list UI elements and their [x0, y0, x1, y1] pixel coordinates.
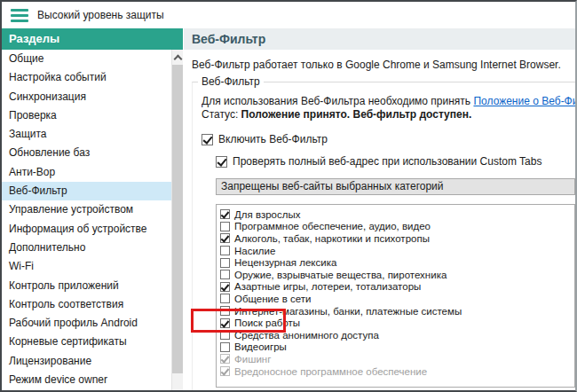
sidebar-item[interactable]: Контроль соответствия [2, 295, 171, 314]
checkbox-icon[interactable] [220, 222, 230, 231]
category-list: Для взрослыхПрограммное обеспечение, ауд… [216, 204, 575, 388]
settings-window: Высокий уровень защиты Разделы ОбщиеНаст… [0, 0, 577, 392]
category-row[interactable]: Общение в сети [220, 293, 574, 305]
category-row[interactable]: Насилие [220, 245, 574, 257]
sidebar-item[interactable]: Контроль приложений [2, 277, 171, 295]
checkbox-icon [220, 354, 230, 364]
category-row: Вредоносное программное обеспечение [220, 365, 574, 378]
sidebar-header: Разделы [2, 28, 183, 50]
status-value: Положение принято. Веб-фильтр доступен. [241, 108, 472, 121]
enable-webfilter-checkbox[interactable]: Включить Веб-Фильтр [202, 130, 575, 148]
checkbox-icon[interactable] [220, 246, 230, 255]
sidebar-item[interactable]: Настройка событий [2, 68, 171, 87]
category-label: Нецензурная лексика [234, 257, 336, 268]
sidebar-item[interactable]: Управление устройством [2, 200, 171, 219]
category-label: Общение в сети [234, 294, 311, 304]
checkbox-icon[interactable] [220, 294, 230, 303]
sidebar: Разделы ОбщиеНастройка событийСинхрониза… [2, 28, 183, 390]
status-line: Статус: Положение принято. Веб-фильтр до… [202, 108, 575, 122]
sidebar-item[interactable]: Корневые сертификаты [2, 333, 171, 351]
sidebar-item[interactable]: Обновление баз [2, 144, 171, 162]
category-label: Средства анонимного доступа [234, 330, 379, 341]
checkbox-icon[interactable] [220, 233, 230, 243]
content-panel: Веб-Фильтр Веб-Фильтр работает только в … [183, 28, 575, 390]
category-row[interactable]: Средства анонимного доступа [220, 329, 574, 341]
category-label: Поиск работы [234, 318, 300, 328]
category-label: Видеоигры [234, 341, 287, 352]
menu-icon[interactable] [11, 9, 28, 22]
sidebar-item[interactable]: Общие [2, 50, 171, 68]
sidebar-scrollbar[interactable] [171, 50, 183, 390]
webfilter-groupbox: Веб-Фильтр Для использования Веб-Фильтра… [192, 82, 575, 390]
agreement-line: Для использования Веб-Фильтра необходимо… [202, 95, 575, 108]
category-label: Азартные игры, лотереи, тотализаторы [234, 281, 421, 292]
sidebar-item[interactable]: Режим device owner [2, 371, 171, 389]
checkbox-icon[interactable] [220, 258, 230, 268]
check-full-url-label: Проверять полный веб-адрес при использов… [233, 155, 541, 168]
category-row: Фишинг [220, 353, 574, 365]
sidebar-item[interactable]: Проверка [2, 106, 171, 125]
sidebar-item[interactable]: Синхронизация [2, 88, 171, 106]
category-row[interactable]: Азартные игры, лотереи, тотализаторы [220, 281, 574, 294]
checkbox-icon[interactable] [220, 306, 230, 316]
category-row[interactable]: Интернет-магазины, банки, платежные сист… [220, 305, 574, 318]
category-row[interactable]: Оружие, взрывчатые вещества, пиротехника [220, 269, 574, 281]
category-row[interactable]: Для взрослых [220, 208, 574, 221]
security-level-title: Высокий уровень защиты [37, 9, 164, 21]
category-row[interactable]: Видеоигры [220, 341, 574, 354]
checkbox-icon[interactable] [202, 134, 213, 145]
topbar: Высокий уровень защиты [2, 2, 575, 28]
category-label: Насилие [234, 246, 275, 256]
browser-support-note: Веб-Фильтр работает только в Google Chro… [192, 59, 575, 71]
sidebar-item[interactable]: Информация об устройстве [2, 220, 171, 239]
checkbox-icon [220, 366, 230, 376]
checkbox-icon[interactable] [220, 318, 230, 328]
checkbox-icon[interactable] [220, 270, 230, 279]
category-label: Вредоносное программное обеспечение [234, 366, 427, 377]
sidebar-item[interactable]: Дополнительно [2, 239, 171, 257]
category-label: Фишинг [234, 354, 271, 365]
category-label: Для взрослых [234, 209, 300, 220]
sidebar-item[interactable]: Защита [2, 125, 171, 144]
status-label: Статус: [202, 108, 241, 121]
category-label: Интернет-магазины, банки, платежные сист… [234, 306, 462, 317]
agreement-text: Для использования Веб-Фильтра необходимо… [202, 95, 473, 107]
block-mode-dropdown[interactable]: Запрещены веб-сайты выбранных категорий [216, 178, 575, 195]
sidebar-item[interactable]: Веб-Фильтр [2, 182, 171, 200]
checkbox-icon[interactable] [220, 342, 230, 352]
sidebar-item[interactable]: Wi-Fi [2, 257, 171, 276]
page-title: Веб-Фильтр [184, 28, 575, 50]
category-label: Алкоголь, табак, наркотики и психотропы [234, 233, 430, 244]
category-row[interactable]: Поиск работы [220, 317, 574, 329]
scrollbar-thumb[interactable] [172, 65, 183, 373]
category-row[interactable]: Алкоголь, табак, наркотики и психотропы [220, 232, 574, 245]
category-label: Программное обеспечение, аудио, видео [234, 221, 431, 231]
sidebar-item-list: ОбщиеНастройка событийСинхронизацияПрове… [2, 50, 171, 390]
category-row[interactable]: Программное обеспечение, аудио, видео [220, 221, 574, 233]
sidebar-item[interactable]: Анти-Вор [2, 163, 171, 182]
checkbox-icon[interactable] [220, 330, 230, 340]
sidebar-item[interactable]: Рабочий профиль Android [2, 314, 171, 333]
agreement-link[interactable]: Положение о Веб-Фильтре [473, 95, 575, 107]
checkbox-icon[interactable] [216, 156, 227, 168]
sidebar-item[interactable]: Лицензирование [2, 352, 171, 371]
category-row[interactable]: Нецензурная лексика [220, 256, 574, 269]
enable-webfilter-label: Включить Веб-Фильтр [218, 133, 328, 145]
groupbox-legend: Веб-Фильтр [198, 75, 264, 88]
category-label: Оружие, взрывчатые вещества, пиротехника [234, 270, 447, 280]
check-full-url-checkbox[interactable]: Проверять полный веб-адрес при использов… [216, 153, 575, 170]
checkbox-icon[interactable] [220, 209, 230, 219]
checkbox-icon[interactable] [220, 282, 230, 292]
scroll-up-button[interactable] [172, 50, 183, 64]
